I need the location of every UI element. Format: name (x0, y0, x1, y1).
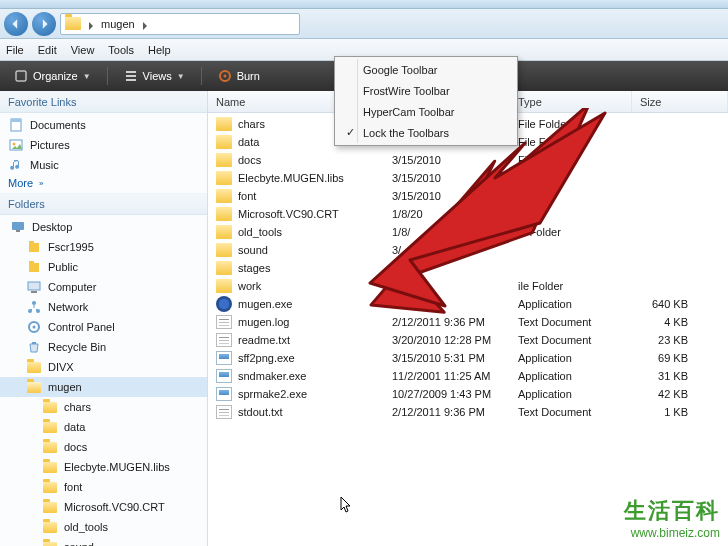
file-row[interactable]: font3/15/2010 (208, 187, 728, 205)
folder-icon (42, 499, 58, 515)
txt-icon (216, 333, 232, 347)
tree-item-data[interactable]: data (0, 417, 207, 437)
nav-forward-button[interactable] (32, 12, 56, 36)
favorite-link-music[interactable]: Music (0, 155, 207, 175)
context-label: Google Toolbar (363, 64, 437, 76)
nav-back-button[interactable] (4, 12, 28, 36)
chevron-down-icon: ▼ (83, 72, 91, 81)
tree-item-microsoft-vc90-crt[interactable]: Microsoft.VC90.CRT (0, 497, 207, 517)
address-bar[interactable]: mugen (60, 13, 300, 35)
file-row[interactable]: sndmaker.exe11/2/2001 11:25 AMApplicatio… (208, 367, 728, 385)
tree-item-network[interactable]: Network (0, 297, 207, 317)
chevron-right-icon (141, 20, 149, 28)
file-name: chars (238, 118, 265, 130)
organize-button[interactable]: Organize ▼ (6, 66, 99, 86)
file-row[interactable]: old_tools1/8/le Folder (208, 223, 728, 241)
tree-item-old-tools[interactable]: old_tools (0, 517, 207, 537)
tree-item-mugen[interactable]: mugen (0, 377, 207, 397)
menu-file[interactable]: File (6, 44, 24, 56)
control-icon (26, 319, 42, 335)
favorites-more[interactable]: More » (0, 175, 207, 191)
window-titlebar (0, 0, 728, 9)
folder-icon (42, 419, 58, 435)
column-type[interactable]: Type (510, 91, 632, 112)
file-date: 3/20/2010 12:28 PM (384, 334, 510, 346)
context-item-frostwire-toolbar[interactable]: FrostWire Toolbar (337, 80, 515, 101)
favorites-header: Favorite Links (0, 91, 207, 113)
tree-item-chars[interactable]: chars (0, 397, 207, 417)
tree-item-recycle-bin[interactable]: Recycle Bin (0, 337, 207, 357)
tree-item-desktop[interactable]: Desktop (0, 217, 207, 237)
file-row[interactable]: stdout.txt2/12/2011 9:36 PMText Document… (208, 403, 728, 421)
svg-point-17 (32, 301, 36, 305)
file-row[interactable]: docs3/15/2010File Folder (208, 151, 728, 169)
views-button[interactable]: Views ▼ (116, 66, 193, 86)
pictures-icon (8, 137, 24, 153)
tree-item-sound[interactable]: sound (0, 537, 207, 546)
file-row[interactable]: Elecbyte.MUGEN.libs3/15/2010 (208, 169, 728, 187)
tree-item-computer[interactable]: Computer (0, 277, 207, 297)
file-type: Application (510, 352, 632, 364)
watermark: 生活百科 www.bimeiz.com (624, 496, 720, 540)
folders-header[interactable]: Folders (0, 193, 207, 215)
file-date: 1/8/ (384, 226, 510, 238)
chevron-down-icon: ▼ (177, 72, 185, 81)
file-row[interactable]: stages (208, 259, 728, 277)
tree-label: chars (64, 401, 91, 413)
favorite-link-documents[interactable]: Documents (0, 115, 207, 135)
file-name: readme.txt (238, 334, 290, 346)
music-icon (8, 157, 24, 173)
file-row[interactable]: mugen.exe5:11 PMApplication640 KB (208, 295, 728, 313)
file-date: 1/8/20 (384, 208, 510, 220)
tree-item-public[interactable]: Public (0, 257, 207, 277)
file-type: Text Document (510, 406, 632, 418)
tree-label: docs (64, 441, 87, 453)
menu-edit[interactable]: Edit (38, 44, 57, 56)
file-row[interactable]: sprmake2.exe10/27/2009 1:43 PMApplicatio… (208, 385, 728, 403)
tree-item-docs[interactable]: docs (0, 437, 207, 457)
file-row[interactable]: Microsoft.VC90.CRT1/8/20older (208, 205, 728, 223)
file-type: Application (510, 370, 632, 382)
svg-rect-8 (16, 230, 20, 232)
file-size: 1 KB (632, 406, 728, 418)
file-date: 2/12/2011 9:36 PM (384, 316, 510, 328)
menu-view[interactable]: View (71, 44, 95, 56)
menu-help[interactable]: Help (148, 44, 171, 56)
file-date: 3/ (384, 244, 510, 256)
address-segment[interactable]: mugen (101, 18, 135, 30)
file-row[interactable]: readme.txt3/20/2010 12:28 PMText Documen… (208, 331, 728, 349)
tree-label: Fscr1995 (48, 241, 94, 253)
tree-item-fscr1995[interactable]: Fscr1995 (0, 237, 207, 257)
context-item-hypercam-toolbar[interactable]: HyperCam Toolbar (337, 101, 515, 122)
file-name: mugen.log (238, 316, 289, 328)
tree-item-control-panel[interactable]: Control Panel (0, 317, 207, 337)
file-row[interactable]: sound3/ (208, 241, 728, 259)
file-row[interactable]: sff2png.exe3/15/2010 5:31 PMApplication6… (208, 349, 728, 367)
svg-rect-9 (29, 243, 39, 252)
context-item-lock-the-toolbars[interactable]: ✓Lock the Toolbars (337, 122, 515, 143)
svg-rect-14 (31, 291, 37, 293)
file-row[interactable]: workile Folder (208, 277, 728, 295)
cursor-icon (340, 496, 354, 514)
file-row[interactable]: mugen.log2/12/2011 9:36 PMText Document4… (208, 313, 728, 331)
favorite-link-pictures[interactable]: Pictures (0, 135, 207, 155)
tree-item-font[interactable]: font (0, 477, 207, 497)
file-type: older (510, 208, 632, 220)
chevron-down-icon: » (39, 179, 43, 188)
tree-item-divx[interactable]: DIVX (0, 357, 207, 377)
tree-label: mugen (48, 381, 82, 393)
tree-item-elecbyte-mugen-libs[interactable]: Elecbyte.MUGEN.libs (0, 457, 207, 477)
folder-icon (42, 539, 58, 546)
chevron-right-icon (87, 20, 95, 28)
burn-button[interactable]: Burn (210, 66, 268, 86)
column-size[interactable]: Size (632, 91, 728, 112)
svg-rect-10 (29, 241, 34, 243)
context-item-google-toolbar[interactable]: Google Toolbar (337, 59, 515, 80)
folder-icon (216, 243, 232, 257)
menu-tools[interactable]: Tools (108, 44, 134, 56)
organize-icon (14, 69, 28, 83)
tree-label: old_tools (64, 521, 108, 533)
desktop-icon (10, 219, 26, 235)
folder-icon (65, 17, 81, 30)
check-icon: ✓ (343, 126, 357, 139)
